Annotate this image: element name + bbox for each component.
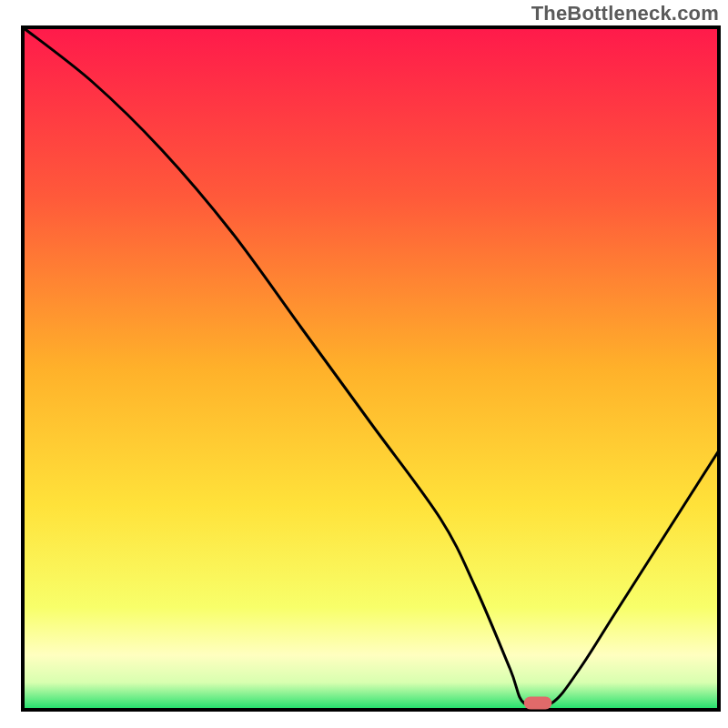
chart-stage: TheBottleneck.com [0,0,728,728]
gradient-background [23,27,719,710]
optimal-marker [524,697,552,710]
watermark-text: TheBottleneck.com [531,2,719,25]
bottleneck-chart [0,0,728,728]
